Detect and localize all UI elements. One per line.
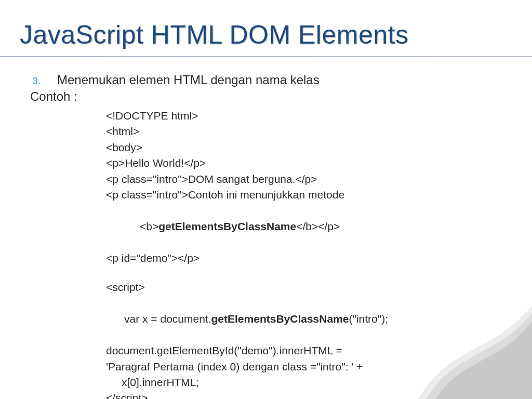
code-bold: getElementsByClassName [211,313,349,325]
code-line: <script> [106,280,496,295]
code-text: var x = document. [124,313,211,325]
code-line: var x = document.getElementsByClassName(… [106,296,496,343]
code-line: <p class="intro">Contoh ini menunjukkan … [106,187,496,203]
slide-content: 3. Menemukan elemen HTML dengan nama kel… [28,73,496,399]
example-label: Contoh : [30,89,496,104]
title-underline [0,56,532,57]
code-line: <p id="demo"></p> [106,250,496,266]
code-line: <body> [106,140,496,155]
code-line-wrap: x[0].innerHTML; [106,375,496,390]
list-number: 3. [28,75,57,87]
code-line: 'Paragraf Pertama (index 0) dengan class… [106,359,496,375]
list-heading: Menemukan elemen HTML dengan nama kelas [57,73,320,87]
code-line: <html> [106,124,496,139]
code-line: </script> [106,390,496,399]
code-text: </b></p> [296,220,340,232]
code-line: document.getElementById("demo").innerHTM… [106,343,496,358]
code-text: <b> [140,220,158,232]
numbered-item: 3. Menemukan elemen HTML dengan nama kel… [28,73,496,87]
code-text: ("intro"); [349,313,388,325]
code-line: <p>Hello World!</p> [106,155,496,171]
code-block: <!DOCTYPE html> <html> <body> <p>Hello W… [106,108,496,399]
code-line: <p class="intro">DOM sangat berguna.</p> [106,171,496,187]
slide-title: JavaScript HTML DOM Elements [20,20,408,50]
code-line-wrap: <b>getElementsByClassName</b></p> [106,203,496,250]
code-bold: getElementsByClassName [158,220,296,232]
code-line: <!DOCTYPE html> [106,108,496,124]
